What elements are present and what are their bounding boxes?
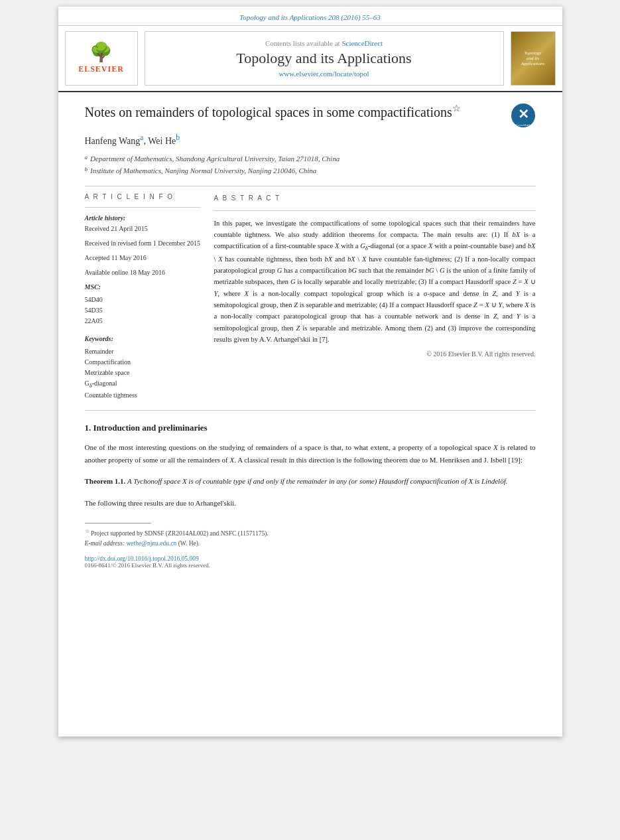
abstract-column: A B S T R A C T In this paper, we invest… [214, 193, 536, 401]
kw-gs-diagonal: Gδ-diagonal [85, 378, 201, 390]
article-info-heading: A R T I C L E I N F O [85, 193, 201, 200]
then-keyword: then [277, 278, 288, 285]
journal-url: www.elsevier.com/locate/topol [279, 70, 369, 78]
contents-label: Contents lists available at [265, 39, 340, 47]
article-info-divider [85, 207, 201, 208]
accepted-date: Accepted 11 May 2016 [85, 253, 201, 263]
where-keyword: where [223, 290, 241, 297]
email-label: E-mail address: [85, 540, 125, 547]
svg-text:✕: ✕ [517, 107, 528, 121]
affil-a-line: a Department of Mathematics, Shandong Ag… [85, 153, 536, 165]
abstract-divider [214, 210, 536, 211]
page: Topology and its Applications 208 (2016)… [58, 7, 562, 736]
divider-2 [85, 410, 536, 411]
doi-link[interactable]: http://dx.doi.org/10.1016/j.topol.2016.0… [85, 555, 199, 562]
intro-section: 1. Introduction and preliminaries One of… [85, 423, 536, 510]
cover-image: Topologyand itsApplications [511, 32, 555, 85]
article-info-column: A R T I C L E I N F O Article history: R… [85, 193, 201, 401]
elsevier-tree-icon: 🌳 [90, 43, 113, 62]
cover-title: Topologyand itsApplications [520, 49, 546, 68]
theorem-label: Theorem 1.1. [85, 477, 126, 485]
footnote-star: ☆ Project supported by SDNSF (ZR2014AL00… [85, 527, 536, 539]
footnote-email: E-mail address: wethe@njnu.edu.cn (W. He… [85, 539, 536, 549]
divider-1 [85, 186, 536, 186]
history-label: Article history: [85, 214, 201, 222]
affil-b-text: Institute of Mathematics, Nanjing Normal… [90, 165, 316, 176]
footnote-block: ☆ Project supported by SDNSF (ZR2014AL00… [85, 527, 536, 549]
email-suffix: (W. He). [176, 540, 200, 547]
svg-text:CrossMark: CrossMark [515, 123, 530, 127]
theorem-1-1-text: Theorem 1.1. A Tychonoff space X is of c… [85, 475, 536, 488]
elsevier-brand: ELSEVIER [78, 64, 124, 74]
email-link[interactable]: wethe@njnu.edu.cn [126, 540, 176, 547]
journal-citation: Topology and its Applications 208 (2016)… [239, 13, 381, 21]
issn-copyright: 0166-8641/© 2016 Elsevier B.V. All right… [85, 562, 536, 569]
msc-54d40: 54D40 [85, 295, 201, 305]
affil-a-text: Department of Mathematics, Shandong Agri… [90, 153, 340, 165]
author-he: , Wei He [143, 136, 176, 146]
title-main: Notes on remainders of topological space… [85, 105, 452, 119]
affil-a-sup: a [85, 153, 88, 165]
keywords-block: Keywords: Remainder Compactification Met… [85, 334, 201, 401]
crossmark-badge[interactable]: ✕ CrossMark [511, 103, 536, 128]
doi-section: http://dx.doi.org/10.1016/j.topol.2016.0… [85, 555, 536, 562]
abstract-heading: A B S T R A C T [214, 193, 536, 204]
crossmark-icon: ✕ CrossMark [511, 103, 536, 128]
author-wang: Hanfeng Wang [85, 136, 141, 146]
received-date: Received 21 April 2015 [85, 224, 201, 234]
intro-heading: 1. Introduction and preliminaries [85, 423, 536, 433]
available-date: Available online 18 May 2016 [85, 267, 201, 278]
kw-metrizable: Metrizable space [85, 368, 201, 378]
sciencedirect-info: Contents lists available at ScienceDirec… [265, 39, 383, 47]
affil-b-line: b Institute of Mathematics, Nanjing Norm… [85, 165, 536, 176]
authors-line: Hanfeng Wanga, Wei Heb [85, 133, 536, 147]
paper-title-block: Notes on remainders of topological space… [85, 103, 536, 128]
kw-remainder: Remainder [85, 346, 201, 357]
paper-title-text: Notes on remainders of topological space… [85, 103, 504, 121]
abstract-text: In this paper, we investigate the compac… [214, 218, 536, 346]
revised-date: Received in revised form 1 December 2015 [85, 238, 201, 249]
msc-block: MSC: 54D40 54D35 22A05 [85, 282, 201, 326]
msc-54d35: 54D35 [85, 305, 201, 316]
kw-compactification: Compactification [85, 357, 201, 368]
main-content: Notes on remainders of topological space… [58, 92, 562, 582]
article-info-abstract-block: A R T I C L E I N F O Article history: R… [85, 193, 536, 401]
footnote-star-sup: ☆ [85, 528, 90, 534]
msc-label: MSC: [85, 282, 201, 293]
theorem-body: A Tychonoff space X is of countable type… [127, 477, 508, 485]
journal-title: Topology and its Applications [236, 50, 411, 67]
following-results-text: The following three results are due to A… [85, 497, 536, 510]
title-star: ☆ [452, 104, 461, 113]
msc-22a05: 22A05 [85, 316, 201, 326]
author-b-sup: b [176, 133, 180, 142]
footnote-divider [85, 523, 151, 524]
journal-cover-thumbnail: Topologyand itsApplications [511, 31, 556, 86]
copyright-text: © 2016 Elsevier B.V. All rights reserved… [214, 349, 536, 360]
elsevier-logo: 🌳 ELSEVIER [65, 31, 138, 86]
top-citation-bar: Topology and its Applications 208 (2016)… [58, 7, 562, 26]
kw-label: Keywords: [85, 334, 201, 344]
journal-header: 🌳 ELSEVIER Contents lists available at S… [58, 26, 562, 92]
kw-countable-tightness: Countable tightness [85, 390, 201, 401]
affil-b-sup: b [85, 165, 88, 176]
sciencedirect-link[interactable]: ScienceDirect [341, 39, 383, 47]
affiliations-block: a Department of Mathematics, Shandong Ag… [85, 153, 536, 176]
journal-center-info: Contents lists available at ScienceDirec… [145, 31, 504, 86]
theorem-1-1-block: Theorem 1.1. A Tychonoff space X is of c… [85, 475, 536, 488]
intro-para1: One of the most interesting questions on… [85, 441, 536, 466]
